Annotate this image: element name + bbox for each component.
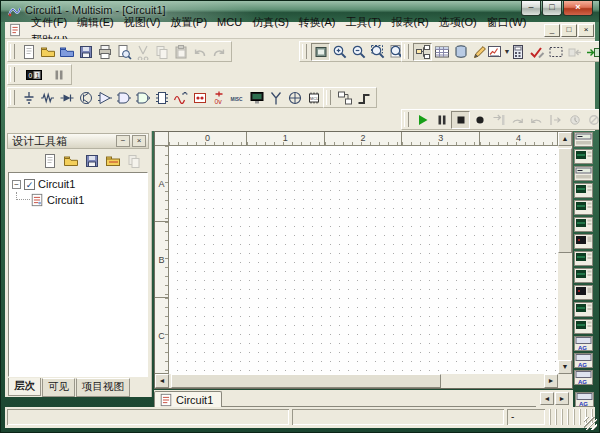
place-advanced-peripherals-button[interactable] [247,89,266,107]
resize-grip[interactable] [584,417,597,430]
new-button[interactable] [19,43,38,61]
logic-converter-button[interactable] [574,285,593,300]
pause-button[interactable] [432,111,451,129]
panel-close-button[interactable]: × [132,135,146,147]
vertical-scrollbar[interactable]: ▲ ▼ [558,132,572,374]
place-mixed-button[interactable] [171,89,190,107]
toolbox-new-button[interactable] [41,153,59,170]
menu-item-s[interactable]: 仿真(S) [247,15,294,29]
toggle-full-screen-button[interactable] [311,43,330,61]
agilent-multimeter-button[interactable]: AG [574,353,593,368]
run-toggle-switch-button[interactable]: 01 [19,66,49,84]
distortion-analyzer-button[interactable] [574,319,593,334]
scroll-up-button[interactable]: ▲ [558,132,572,146]
word-generator-button[interactable] [574,251,593,266]
zoom-out-button[interactable] [349,43,368,61]
menu-item-v[interactable]: 视图(V) [119,15,166,29]
wattmeter-button[interactable] [574,166,593,181]
place-basic-button[interactable] [38,89,57,107]
mdi-restore-button[interactable]: □ [561,24,577,37]
zoom-area-button[interactable] [368,43,387,61]
minimize-button[interactable]: – [521,1,541,16]
horizontal-scroll-thumb[interactable] [171,374,441,388]
logic-analyzer-button[interactable] [574,268,593,283]
schematic-sheet[interactable] [169,146,558,374]
tree-child-row[interactable]: Circuit1 [11,192,145,208]
vertical-scroll-thumb[interactable] [558,148,572,253]
menu-item-a[interactable]: 转换(A) [294,15,341,29]
open-button[interactable] [38,43,57,61]
design-toolbox-toggle-button[interactable] [413,43,432,61]
toggle-breakpoint-button[interactable] [470,111,489,129]
menu-item-w[interactable]: 窗口(W) [482,15,532,29]
scroll-down-button[interactable]: ▼ [558,360,572,374]
menu-item-e[interactable]: 编辑(E) [72,15,119,29]
place-misc-button[interactable]: MISC [228,89,247,107]
document-tab-0[interactable]: Circuit1 [154,391,222,407]
save-button[interactable] [76,43,95,61]
collapse-icon[interactable]: − [12,180,21,189]
checkbox-checked-icon[interactable]: ✓ [24,179,35,190]
stop-button[interactable] [451,111,470,129]
tree-root-label[interactable]: Circuit1 [38,178,75,190]
menu-item-t[interactable]: 工具(T) [340,15,386,29]
toolbox-save-button[interactable] [83,153,101,170]
place-source-button[interactable] [19,89,38,107]
tree-root-row[interactable]: − ✓ Circuit1 [11,176,145,192]
spreadsheet-view-button[interactable] [432,43,451,61]
agilent-function-generator-button[interactable]: AG [574,336,593,351]
place-transistor-button[interactable] [76,89,95,107]
horizontal-scrollbar[interactable]: ◄ ► [155,374,558,388]
mdi-close-button[interactable]: × [578,24,594,37]
place-ttl-button[interactable] [114,89,133,107]
place-rf-button[interactable] [266,89,285,107]
menu-item-f[interactable]: 文件(F) [26,15,72,29]
toolbox-close-button[interactable] [104,153,122,170]
tab-scroll-right-button[interactable]: ► [555,392,569,405]
toolbox-tab-0[interactable]: 层次 [8,378,41,396]
mdi-minimize-button[interactable]: _ [544,24,560,37]
tektronix-oscilloscope-button[interactable]: AG [575,392,594,407]
tree-child-label[interactable]: Circuit1 [47,194,84,206]
menu-item-mcu[interactable]: MCU [212,15,247,29]
place-power-button[interactable]: 0v [209,89,228,107]
agilent-oscilloscope-button[interactable]: AG [574,370,593,385]
print-button[interactable] [95,43,114,61]
bode-plotter-button[interactable] [574,217,593,232]
menu-item-r[interactable]: 报表(R) [387,15,434,29]
place-indicator-button[interactable] [190,89,209,107]
open-samples-button[interactable] [57,43,76,61]
place-analog-button[interactable] [95,89,114,107]
capture-area-button[interactable] [546,43,565,61]
place-diode-button[interactable] [57,89,76,107]
place-mcu-button[interactable]: MCU [304,89,323,107]
run-button[interactable] [413,111,432,129]
frequency-counter-button[interactable] [574,234,593,249]
print-preview-button[interactable] [114,43,133,61]
hierarchical-block-button[interactable] [335,89,354,107]
grapher-button[interactable]: ▼ [489,43,508,61]
database-manager-button[interactable] [451,43,470,61]
menu-item-o[interactable]: 选项(O) [434,15,482,29]
toolbox-tab-2[interactable]: 项目视图 [76,378,130,397]
menu-item-p[interactable]: 放置(P) [165,15,212,29]
panel-minimize-button[interactable]: − [116,135,130,147]
multimeter-button[interactable] [574,132,593,147]
oscilloscope-button[interactable] [574,183,593,198]
function-generator-button[interactable] [574,149,593,164]
electrical-rules-check-button[interactable] [527,43,546,61]
iv-analyzer-button[interactable] [574,302,593,317]
maximize-button[interactable]: □ [542,1,562,16]
design-toolbox-header[interactable]: 设计工具箱 − × [7,133,149,149]
zoom-in-button[interactable] [330,43,349,61]
scroll-left-button[interactable]: ◄ [155,374,169,388]
place-bus-button[interactable] [354,89,373,107]
place-electromechanical-button[interactable] [285,89,304,107]
scroll-right-button[interactable]: ► [544,374,558,388]
toolbox-open-button[interactable] [62,153,80,170]
postprocessor-button[interactable] [508,43,527,61]
four-channel-oscilloscope-button[interactable] [574,200,593,215]
forward-annotate-button[interactable] [584,43,600,61]
close-button[interactable]: × [563,1,593,16]
place-cmos-button[interactable] [133,89,152,107]
